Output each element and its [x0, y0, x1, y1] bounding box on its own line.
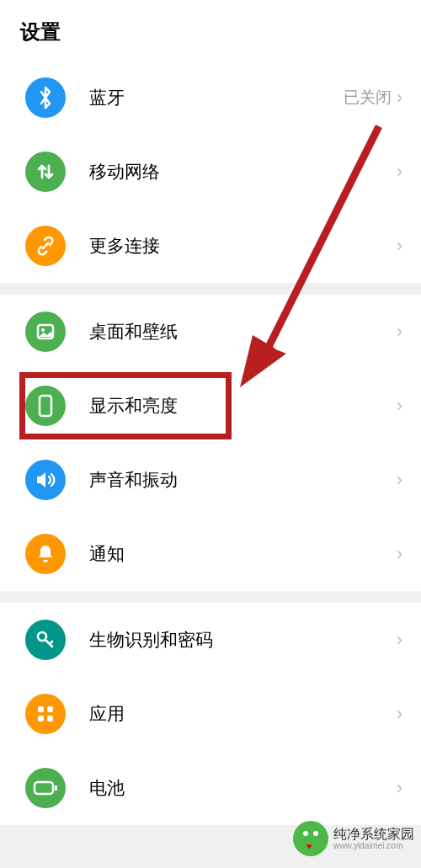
item-label: 显示和亮度	[89, 394, 397, 418]
item-display-brightness[interactable]: 显示和亮度 ›	[0, 369, 421, 443]
item-label: 蓝牙	[89, 86, 344, 109]
chevron-right-icon: ›	[397, 777, 402, 799]
item-label: 声音和振动	[89, 468, 397, 492]
svg-rect-4	[38, 706, 44, 712]
watermark-text-en: www.yidaimei.com	[333, 841, 414, 850]
svg-rect-5	[47, 706, 53, 712]
item-sound-vibration[interactable]: 声音和振动 ›	[0, 443, 421, 517]
chevron-right-icon: ›	[397, 235, 402, 257]
chevron-right-icon: ›	[397, 321, 402, 343]
page-title: 设置	[20, 19, 401, 45]
watermark: ♥ 纯净系统家园 www.yidaimei.com	[293, 821, 414, 856]
item-label: 桌面和壁纸	[89, 320, 397, 343]
item-battery[interactable]: 电池 ›	[0, 751, 421, 825]
section-display: 桌面和壁纸 › 显示和亮度 › 声音和振动 › 通知 ›	[0, 295, 421, 591]
bell-icon	[25, 534, 66, 574]
svg-rect-6	[38, 716, 44, 722]
item-label: 通知	[89, 542, 397, 566]
item-wallpaper[interactable]: 桌面和壁纸 ›	[0, 295, 421, 369]
item-label: 生物识别和密码	[89, 628, 397, 652]
item-apps[interactable]: 应用 ›	[0, 677, 421, 751]
chevron-right-icon: ›	[397, 629, 402, 651]
svg-rect-8	[35, 782, 53, 794]
chevron-right-icon: ›	[397, 87, 402, 109]
item-biometrics-password[interactable]: 生物识别和密码 ›	[0, 603, 421, 677]
section-connectivity: 蓝牙 已关闭 › 移动网络 › 更多连接 ›	[0, 61, 421, 283]
svg-rect-2	[40, 396, 51, 416]
chevron-right-icon: ›	[397, 161, 402, 183]
watermark-text-cn: 纯净系统家园	[333, 827, 414, 842]
item-notifications[interactable]: 通知 ›	[0, 517, 421, 591]
watermark-logo-icon: ♥	[293, 821, 328, 856]
chevron-right-icon: ›	[397, 703, 402, 725]
chevron-right-icon: ›	[397, 469, 402, 491]
item-bluetooth[interactable]: 蓝牙 已关闭 ›	[0, 61, 421, 135]
sound-icon	[25, 460, 66, 500]
svg-rect-9	[55, 785, 57, 791]
chevron-right-icon: ›	[397, 395, 402, 417]
battery-icon	[25, 768, 66, 808]
header: 设置	[0, 0, 421, 61]
item-label: 更多连接	[89, 234, 397, 258]
phone-icon	[25, 386, 66, 426]
item-label: 应用	[89, 702, 397, 726]
grid-icon	[25, 694, 66, 734]
item-label: 电池	[89, 776, 397, 800]
item-value: 已关闭	[344, 87, 392, 109]
svg-point-1	[41, 328, 45, 332]
key-icon	[25, 620, 66, 660]
item-label: 移动网络	[89, 160, 397, 184]
svg-rect-7	[47, 716, 53, 722]
chevron-right-icon: ›	[397, 543, 402, 565]
link-icon	[25, 226, 66, 266]
item-mobile-network[interactable]: 移动网络 ›	[0, 135, 421, 209]
image-icon	[25, 312, 66, 352]
bluetooth-icon	[25, 77, 66, 118]
item-more-connections[interactable]: 更多连接 ›	[0, 209, 421, 283]
updown-icon	[25, 152, 66, 192]
section-security: 生物识别和密码 › 应用 › 电池 ›	[0, 603, 421, 825]
